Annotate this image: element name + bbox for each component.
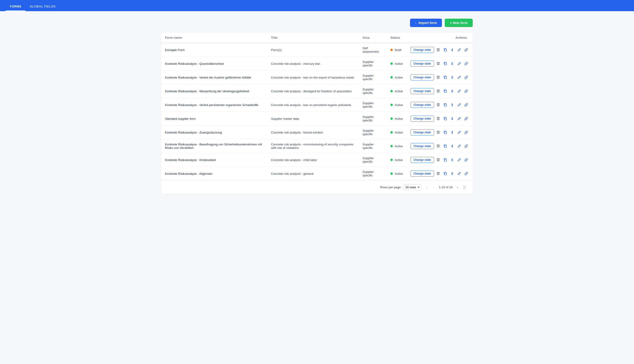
cell-title: Concrete risk analysis - commissioning o… (267, 139, 359, 153)
edit-button[interactable] (456, 116, 462, 122)
status-dot (390, 118, 393, 120)
link-button[interactable] (464, 116, 469, 122)
sort-button[interactable] (450, 171, 455, 176)
cell-form-name: Konkrete Risikoanalyse - Zwangsräumung (161, 126, 267, 139)
copy-button[interactable] (442, 130, 448, 135)
table-row: Exmaple Form Form(1) Self assessment Dra… (161, 43, 473, 57)
link-button[interactable] (464, 47, 469, 53)
copy-button[interactable] (442, 157, 448, 163)
rows-per-page-select[interactable]: 10 rows 25 rows 50 rows (403, 184, 422, 190)
cell-area: Supplier specific (359, 153, 387, 167)
change-state-button[interactable]: Change state (410, 47, 434, 53)
status-text: Active (394, 158, 403, 162)
cell-form-name: Konkrete Risikoanalyse - Kinderarbeit (161, 153, 267, 167)
tab-global-fields[interactable]: GLOBAL FIELDS (26, 2, 60, 11)
delete-button[interactable] (436, 171, 441, 176)
link-button[interactable] (464, 171, 469, 176)
change-state-button[interactable]: Change state (410, 157, 434, 163)
delete-button[interactable] (436, 102, 441, 108)
status-dot (390, 62, 393, 65)
table-row: Konkrete Risikoanalyse - Quecksilberverb… (161, 57, 473, 70)
change-state-button[interactable]: Change state (410, 88, 434, 94)
edit-button[interactable] (456, 61, 462, 66)
edit-button[interactable] (456, 102, 462, 108)
link-button[interactable] (464, 143, 469, 149)
sort-button[interactable] (450, 157, 455, 163)
delete-button[interactable] (436, 143, 441, 149)
col-status: Status (387, 32, 406, 43)
delete-button[interactable] (436, 130, 441, 135)
copy-button[interactable] (442, 74, 448, 80)
status-text: Active (394, 131, 403, 134)
pagination-bar: Rows per page: 10 rows 25 rows 50 rows 〈… (161, 180, 473, 194)
prev-page-button[interactable]: ‹ (432, 184, 436, 190)
status-text: Active (394, 172, 403, 176)
cell-title: Concrete risk analysis - general (267, 167, 359, 180)
change-state-button[interactable]: Change state (410, 143, 434, 149)
sort-button[interactable] (450, 74, 455, 80)
edit-button[interactable] (456, 157, 462, 163)
delete-button[interactable] (436, 116, 441, 122)
status-text: Active (394, 62, 403, 66)
change-state-button[interactable]: Change state (410, 74, 434, 80)
edit-button[interactable] (456, 130, 462, 135)
cell-title: Concrete risk analysis - mercury ban (267, 57, 359, 70)
cell-actions: Change state (407, 126, 473, 139)
col-title: Title (267, 32, 359, 43)
change-state-button[interactable]: Change state (410, 129, 434, 136)
status-dot (390, 159, 393, 161)
delete-button[interactable] (436, 47, 441, 53)
copy-button[interactable] (442, 116, 448, 122)
edit-button[interactable] (456, 143, 462, 149)
first-page-button[interactable]: 〈〈 (424, 184, 429, 190)
copy-button[interactable] (442, 102, 448, 108)
cell-form-name: Konkrete Risikoanalyse - Quecksilberverb… (161, 57, 267, 70)
sort-button[interactable] (450, 143, 455, 149)
cell-form-name: Konkrete Risikoanalyse - Verbot persiste… (161, 98, 267, 112)
delete-button[interactable] (436, 74, 441, 80)
cell-actions: Change state (407, 43, 473, 57)
change-state-button[interactable]: Change state (410, 60, 434, 67)
link-button[interactable] (464, 102, 469, 108)
sort-button[interactable] (450, 61, 455, 66)
sort-button[interactable] (450, 47, 455, 53)
link-button[interactable] (464, 61, 469, 66)
copy-button[interactable] (442, 143, 448, 149)
next-page-button[interactable]: › (455, 184, 459, 190)
cell-area: Supplier specific (359, 70, 387, 84)
change-state-button[interactable]: Change state (410, 102, 434, 108)
delete-button[interactable] (436, 61, 441, 66)
status-dot (390, 172, 393, 175)
svg-rect-9 (444, 173, 446, 175)
change-state-button[interactable]: Change state (410, 170, 434, 177)
sort-button[interactable] (450, 88, 455, 94)
col-actions: Actions (407, 32, 473, 43)
import-form-button[interactable]: ↓ Import form (410, 19, 442, 27)
link-button[interactable] (464, 157, 469, 163)
delete-button[interactable] (436, 157, 441, 163)
cell-actions: Change state (407, 139, 473, 153)
col-form-name: Form name (161, 32, 267, 43)
edit-button[interactable] (456, 88, 462, 94)
link-button[interactable] (464, 74, 469, 80)
edit-button[interactable] (456, 171, 462, 176)
cell-title: Concrete risk analysis - ban on persiste… (267, 98, 359, 112)
new-form-button[interactable]: + New form (445, 19, 473, 27)
table-row: Standard supplier form Supplier master d… (161, 112, 473, 126)
sort-button[interactable] (450, 102, 455, 108)
edit-button[interactable] (456, 47, 462, 53)
sort-button[interactable] (450, 116, 455, 122)
copy-button[interactable] (442, 47, 448, 53)
delete-button[interactable] (436, 88, 441, 94)
link-button[interactable] (464, 130, 469, 135)
change-state-button[interactable]: Change state (410, 116, 434, 122)
copy-button[interactable] (442, 171, 448, 176)
copy-button[interactable] (442, 88, 448, 94)
link-button[interactable] (464, 88, 469, 94)
copy-button[interactable] (442, 61, 448, 66)
last-page-button[interactable]: 〉〉 (462, 184, 467, 190)
sort-button[interactable] (450, 130, 455, 135)
edit-button[interactable] (456, 74, 462, 80)
cell-form-name: Konkrete Risikoanalyse - Beauftragung vo… (161, 139, 267, 153)
tab-forms[interactable]: FORMS (6, 2, 26, 11)
